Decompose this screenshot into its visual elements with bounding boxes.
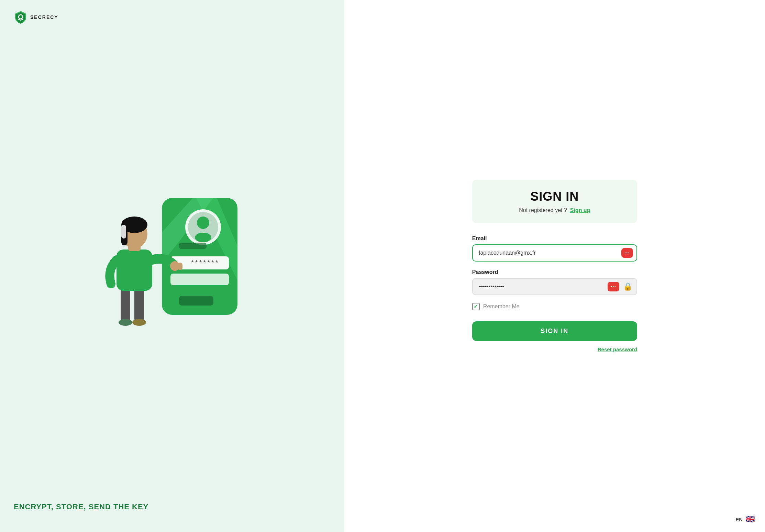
email-label: Email	[472, 235, 637, 242]
logo-text: SECRECY	[30, 14, 58, 20]
tagline: ENCRYPT, STORE, SEND THE KEY	[14, 502, 148, 511]
svg-rect-24	[178, 263, 182, 270]
email-field-group: Email ···	[472, 235, 637, 262]
svg-rect-14	[134, 287, 144, 322]
logo-area: SECRECY	[14, 10, 58, 24]
signup-link[interactable]: Sign up	[570, 207, 590, 213]
right-panel: SIGN IN Not registered yet ? Sign up Ema…	[344, 0, 765, 532]
left-panel: SECRECY *******	[0, 0, 344, 532]
language-code: EN	[735, 517, 743, 522]
remember-label: Remember Me	[483, 303, 520, 310]
flag-icon: 🇬🇧	[745, 515, 755, 524]
hero-illustration: *******	[86, 177, 258, 356]
svg-rect-22	[121, 225, 126, 239]
svg-rect-11	[179, 243, 207, 249]
email-input-wrapper: ···	[472, 244, 637, 262]
language-selector[interactable]: EN 🇬🇧	[735, 515, 755, 524]
svg-point-7	[195, 233, 211, 242]
svg-point-6	[197, 217, 209, 229]
svg-rect-12	[179, 296, 213, 306]
email-options-button[interactable]: ···	[621, 248, 633, 258]
signin-header: SIGN IN Not registered yet ? Sign up	[472, 180, 637, 223]
svg-rect-10	[170, 274, 229, 285]
svg-point-16	[132, 319, 146, 326]
password-label: Password	[472, 269, 637, 275]
remember-me-row[interactable]: ✓ Remember Me	[472, 303, 637, 310]
illustration-area: *******	[14, 31, 331, 502]
reset-password-link[interactable]: Reset password	[472, 346, 637, 352]
remember-checkbox[interactable]: ✓	[472, 303, 480, 310]
secrecy-logo-icon	[14, 10, 27, 24]
signin-subtitle: Not registered yet ? Sign up	[486, 207, 623, 213]
svg-rect-13	[121, 287, 130, 322]
signin-button[interactable]: SIGN IN	[472, 321, 637, 341]
email-input[interactable]	[472, 244, 637, 262]
form-container: SIGN IN Not registered yet ? Sign up Ema…	[472, 180, 637, 352]
svg-point-15	[119, 319, 132, 326]
svg-text:*******: *******	[191, 259, 219, 266]
page-title: SIGN IN	[486, 189, 623, 204]
lock-icon: 🔒	[623, 282, 632, 291]
password-options-button[interactable]: ···	[608, 282, 619, 291]
password-field-group: Password ··· 🔒	[472, 269, 637, 295]
checkmark-icon: ✓	[474, 303, 478, 310]
password-input-wrapper: ··· 🔒	[472, 278, 637, 295]
svg-rect-17	[117, 250, 152, 291]
